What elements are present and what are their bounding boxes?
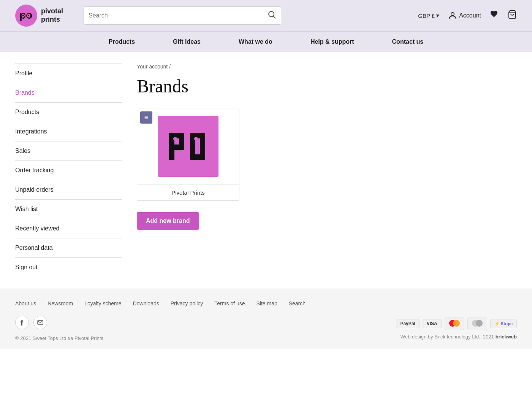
logo-text: pivotal prints	[41, 7, 63, 24]
content-wrapper: Profile Brands Products Integrations Sal…	[0, 52, 532, 289]
footer-right-section: PayPal VISA ⚡ Stripe	[396, 318, 517, 340]
sidebar-item-recently-viewed[interactable]: Recently viewed	[15, 219, 122, 238]
logo-area: po pivotal prints	[15, 5, 76, 27]
brand-card: ≡	[137, 108, 239, 201]
sidebar-item-sales[interactable]: Sales	[15, 141, 122, 161]
sidebar: Profile Brands Products Integrations Sal…	[15, 52, 122, 289]
sidebar-item-products[interactable]: Products	[15, 103, 122, 122]
breadcrumb-separator: /	[169, 64, 171, 70]
svg-point-4	[28, 15, 29, 16]
chevron-down-icon: ▾	[436, 12, 439, 19]
nav-contact-us[interactable]: Contact us	[373, 32, 443, 52]
svg-point-5	[269, 11, 274, 17]
svg-rect-17	[200, 133, 205, 160]
main-nav: Products Gift Ideas What we do Help & su…	[0, 31, 532, 52]
nav-help-support[interactable]: Help & support	[291, 32, 373, 52]
payment-icons: PayPal VISA ⚡ Stripe	[396, 318, 517, 330]
footer-links: About us Newsroom Loyalty scheme Downloa…	[15, 300, 517, 306]
breadcrumb-parent[interactable]: Your account	[137, 64, 168, 70]
footer-link-downloads[interactable]: Downloads	[133, 300, 159, 306]
footer-bottom: © 2021 Sweet Tops Ltd t/a Pivotal Prints…	[15, 316, 517, 341]
paypal-icon: PayPal	[396, 319, 419, 328]
cart-button[interactable]	[508, 10, 517, 21]
svg-point-2	[22, 15, 24, 16]
brands-grid: ≡	[137, 108, 502, 201]
stripe-icon: ⚡ Stripe	[490, 319, 517, 328]
svg-text:po: po	[19, 9, 32, 21]
footer-link-sitemap[interactable]: Site map	[256, 300, 277, 306]
site-footer: About us Newsroom Loyalty scheme Downloa…	[0, 289, 532, 349]
svg-point-18	[173, 137, 177, 141]
brand-menu-button[interactable]: ≡	[140, 111, 152, 124]
facebook-icon[interactable]	[15, 316, 29, 329]
breadcrumb: Your account /	[137, 64, 502, 70]
footer-link-newsroom[interactable]: Newsroom	[48, 300, 73, 306]
email-icon[interactable]	[33, 316, 47, 329]
sidebar-item-profile[interactable]: Profile	[15, 64, 122, 83]
svg-line-6	[273, 16, 276, 18]
brickweb-credit: Web design by Brick technology Ltd., 202…	[401, 334, 517, 340]
account-button[interactable]: Account	[448, 11, 481, 20]
currency-label: GBP £	[418, 13, 435, 19]
wishlist-button[interactable]	[490, 10, 499, 21]
nav-products[interactable]: Products	[90, 32, 154, 52]
sidebar-item-unpaid-orders[interactable]: Unpaid orders	[15, 180, 122, 200]
sidebar-item-personal-data[interactable]: Personal data	[15, 238, 122, 258]
svg-point-7	[451, 13, 454, 16]
add-brand-button[interactable]: Add new brand	[137, 212, 199, 230]
footer-link-terms[interactable]: Terms of use	[214, 300, 245, 306]
search-button[interactable]	[268, 11, 276, 21]
nav-what-we-do[interactable]: What we do	[220, 32, 291, 52]
footer-link-about[interactable]: About us	[15, 300, 36, 306]
hamburger-icon: ≡	[144, 114, 149, 121]
footer-link-loyalty[interactable]: Loyalty scheme	[84, 300, 121, 306]
footer-copyright: © 2021 Sweet Tops Ltd t/a Pivotal Prints	[15, 335, 103, 341]
footer-link-privacy[interactable]: Privacy policy	[171, 300, 203, 306]
svg-point-19	[194, 137, 198, 141]
mastercard2-icon	[467, 318, 487, 330]
account-label: Account	[459, 12, 481, 19]
brand-logo-area	[137, 108, 239, 184]
svg-rect-13	[179, 133, 184, 150]
nav-gift-ideas[interactable]: Gift Ideas	[154, 32, 220, 52]
search-input[interactable]	[89, 12, 268, 19]
visa-icon: VISA	[423, 319, 442, 328]
sidebar-item-integrations[interactable]: Integrations	[15, 122, 122, 141]
mastercard-icon	[445, 318, 464, 330]
brickweb-logo: brickweb	[496, 334, 517, 340]
svg-point-22	[453, 320, 460, 327]
site-header: po pivotal prints GBP £ ▾	[0, 0, 532, 31]
sidebar-item-brands[interactable]: Brands	[15, 83, 122, 103]
footer-social	[15, 316, 103, 329]
currency-selector[interactable]: GBP £ ▾	[418, 12, 439, 19]
main-content: Your account / Brands ≡	[122, 52, 517, 289]
brand-logo-image	[158, 116, 218, 177]
sidebar-item-sign-out[interactable]: Sign out	[15, 258, 122, 277]
logo-icon: po	[15, 5, 37, 27]
brand-name: Pivotal Prints	[137, 184, 239, 200]
page-title: Brands	[137, 76, 502, 97]
sidebar-item-order-tracking[interactable]: Order tracking	[15, 161, 122, 180]
svg-point-24	[476, 320, 483, 327]
search-bar	[84, 6, 281, 25]
sidebar-item-wish-list[interactable]: Wish list	[15, 200, 122, 219]
footer-link-search[interactable]: Search	[289, 300, 306, 306]
header-right: GBP £ ▾ Account	[418, 10, 517, 21]
